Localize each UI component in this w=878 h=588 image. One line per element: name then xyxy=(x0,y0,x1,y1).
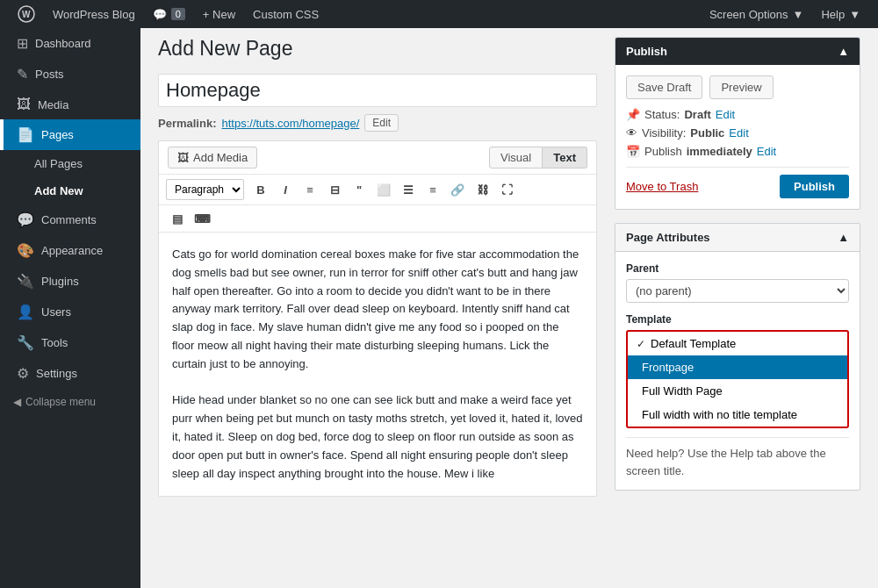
template-label: Template xyxy=(626,313,849,326)
template-default-label: Default Template xyxy=(651,337,736,350)
sidebar-item-users[interactable]: 👤 Users xyxy=(0,297,140,327)
parent-label: Parent xyxy=(626,262,849,275)
sidebar: ⊞ Dashboard ✎ Posts 🖼 Media 📄 Pages All … xyxy=(0,28,140,588)
status-edit-link[interactable]: Edit xyxy=(716,108,735,121)
page-attributes-header[interactable]: Page Attributes ▲ xyxy=(615,224,860,252)
link-button[interactable]: 🔗 xyxy=(446,179,469,200)
parent-select[interactable]: (no parent) xyxy=(626,279,849,303)
visibility-value: Public xyxy=(690,126,724,140)
comments-icon: 💬 xyxy=(17,212,34,228)
unlink-button[interactable]: ⛓ xyxy=(471,179,493,200)
preview-button[interactable]: Preview xyxy=(709,75,773,99)
sidebar-item-label: Posts xyxy=(35,68,64,81)
visibility-edit-link[interactable]: Edit xyxy=(729,126,748,140)
permalink-url[interactable]: https://tuts.com/homepage/ xyxy=(221,117,359,130)
collapse-menu-item[interactable]: ◀ Collapse menu xyxy=(0,389,140,415)
text-view-button[interactable]: Text xyxy=(543,147,587,169)
template-option-default[interactable]: ✓ Default Template xyxy=(628,332,847,355)
sidebar-item-media[interactable]: 🖼 Media xyxy=(0,90,140,119)
screen-options-chevron-icon: ▼ xyxy=(793,8,804,21)
permalink-edit-button[interactable]: Edit xyxy=(364,114,399,132)
help-item[interactable]: Help ▼ xyxy=(812,0,869,28)
sidebar-item-comments[interactable]: 💬 Comments xyxy=(0,204,140,235)
unordered-list-button[interactable]: ≡ xyxy=(299,179,321,200)
pages-icon: 📄 xyxy=(17,126,34,143)
permalink-bar: Permalink: https://tuts.com/homepage/ Ed… xyxy=(158,114,597,132)
plugins-icon: 🔌 xyxy=(17,273,34,290)
sidebar-item-label: Comments xyxy=(41,213,97,226)
site-name-item[interactable]: WordPress Blog xyxy=(44,0,144,28)
publish-time-edit-link[interactable]: Edit xyxy=(757,145,776,158)
template-full-width-no-title-label: Full width with no title template xyxy=(642,408,797,421)
sidebar-item-dashboard[interactable]: ⊞ Dashboard xyxy=(0,28,140,59)
sidebar-item-label: Pages xyxy=(41,128,74,141)
sidebar-item-label: Appearance xyxy=(41,244,103,257)
visibility-icon: 👁 xyxy=(626,126,637,140)
comments-item[interactable]: 💬 0 xyxy=(144,0,194,28)
align-left-button[interactable]: ⬜ xyxy=(372,179,395,200)
save-draft-button[interactable]: Save Draft xyxy=(626,75,702,99)
page-title-input[interactable] xyxy=(158,74,597,107)
template-frontpage-label: Frontpage xyxy=(642,361,694,374)
wp-logo-item[interactable]: W xyxy=(9,0,44,28)
publish-actions: Save Draft Preview xyxy=(626,75,849,99)
comment-icon: 💬 xyxy=(153,8,167,21)
sidebar-item-settings[interactable]: ⚙ Settings xyxy=(0,358,140,389)
ordered-list-button[interactable]: ⊟ xyxy=(323,179,346,200)
sidebar-item-appearance[interactable]: 🎨 Appearance xyxy=(0,235,140,266)
visual-view-button[interactable]: Visual xyxy=(489,147,543,169)
table-button[interactable]: ▤ xyxy=(166,208,189,229)
page-attributes-content: Parent (no parent) Template ✓ Default Te… xyxy=(615,252,860,490)
wp-logo-icon: W xyxy=(18,5,35,23)
italic-button[interactable]: I xyxy=(274,179,297,200)
fullscreen-button[interactable]: ⛶ xyxy=(495,179,518,200)
help-chevron-icon: ▼ xyxy=(849,8,860,21)
all-pages-label: All Pages xyxy=(34,157,83,170)
template-full-width-label: Full Width Page xyxy=(642,384,723,398)
publish-footer: Move to Trash Publish xyxy=(626,167,849,198)
blockquote-button[interactable]: " xyxy=(348,179,371,200)
add-media-label: Add Media xyxy=(193,151,248,164)
publish-box-title: Publish xyxy=(626,45,667,58)
custom-css-item[interactable]: Custom CSS xyxy=(244,0,327,28)
paragraph-select[interactable]: Paragraph xyxy=(166,179,244,200)
new-label: + New xyxy=(203,8,235,21)
sidebar-item-plugins[interactable]: 🔌 Plugins xyxy=(0,266,140,297)
visibility-row: 👁 Visibility: Public Edit xyxy=(626,126,849,140)
align-center-button[interactable]: ☰ xyxy=(397,179,420,200)
add-media-icon: 🖼 xyxy=(177,151,189,164)
move-to-trash-link[interactable]: Move to Trash xyxy=(626,180,698,193)
main-content: Add New Page Permalink: https://tuts.com… xyxy=(140,28,878,588)
template-option-frontpage[interactable]: Frontpage xyxy=(628,355,847,379)
bold-button[interactable]: B xyxy=(249,179,272,200)
sidebar-item-add-new[interactable]: Add New xyxy=(0,177,140,204)
template-dropdown[interactable]: ✓ Default Template Frontpage Full Width … xyxy=(626,330,849,428)
status-row: 📌 Status: Draft Edit xyxy=(626,108,849,121)
template-option-full-width[interactable]: Full Width Page xyxy=(628,379,847,403)
media-icon: 🖼 xyxy=(17,97,31,112)
publish-button[interactable]: Publish xyxy=(780,175,849,198)
sidebar-item-label: Dashboard xyxy=(35,37,91,50)
sidebar-item-label: Settings xyxy=(36,367,77,380)
svg-text:W: W xyxy=(22,10,31,19)
template-option-full-width-no-title[interactable]: Full width with no title template xyxy=(628,403,847,427)
special-chars-button[interactable]: ⌨ xyxy=(191,208,213,229)
sidebar-item-pages[interactable]: 📄 Pages xyxy=(0,119,140,150)
view-switcher: Visual Text xyxy=(489,147,587,169)
help-text: Need help? Use the Help tab above the sc… xyxy=(626,437,849,479)
add-media-button[interactable]: 🖼 Add Media xyxy=(168,147,257,169)
editor-paragraph-2: Hide head under blanket so no one can se… xyxy=(172,391,583,483)
status-label: Status: xyxy=(644,108,680,121)
help-text-content: Need help? Use the Help tab above the sc… xyxy=(626,447,826,477)
publish-box-header[interactable]: Publish ▲ xyxy=(615,38,860,65)
editor-content-area[interactable]: Cats go for world domination cereal boxe… xyxy=(159,233,596,496)
sidebar-item-tools[interactable]: 🔧 Tools xyxy=(0,327,140,358)
align-right-button[interactable]: ≡ xyxy=(421,179,444,200)
screen-options-item[interactable]: Screen Options ▼ xyxy=(701,0,812,28)
new-item[interactable]: + New xyxy=(194,0,244,28)
sidebar-item-posts[interactable]: ✎ Posts xyxy=(0,59,140,90)
dashboard-icon: ⊞ xyxy=(17,35,28,52)
page-heading: Add New Page xyxy=(158,37,597,61)
permalink-label: Permalink: xyxy=(158,117,216,130)
sidebar-item-all-pages[interactable]: All Pages xyxy=(0,150,140,177)
